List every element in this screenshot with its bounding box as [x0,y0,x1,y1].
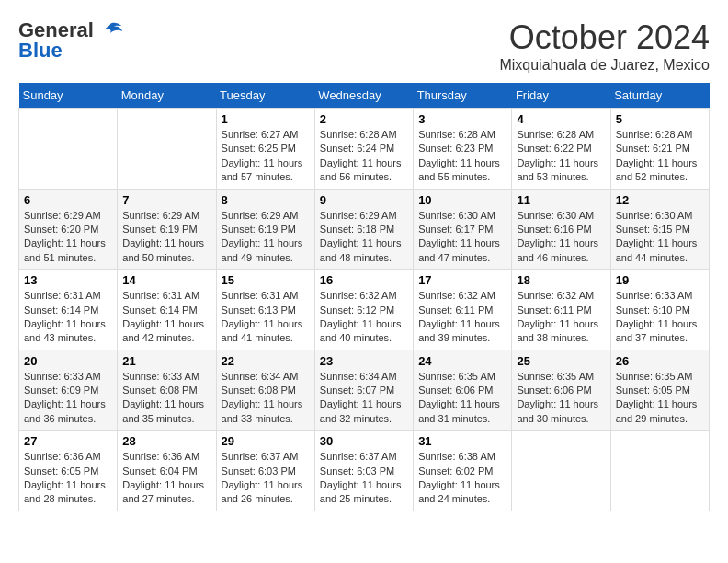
day-info: Sunrise: 6:29 AMSunset: 6:19 PMDaylight:… [222,209,310,266]
day-number: 8 [222,193,310,207]
day-info: Sunrise: 6:30 AMSunset: 6:15 PMDaylight:… [616,209,704,266]
day-number: 18 [517,273,605,287]
calendar-cell: 17Sunrise: 6:32 AMSunset: 6:11 PMDayligh… [414,270,512,350]
day-info: Sunrise: 6:30 AMSunset: 6:17 PMDaylight:… [418,209,506,266]
day-number: 2 [320,112,408,126]
day-number: 1 [222,112,310,126]
calendar-cell: 24Sunrise: 6:35 AMSunset: 6:06 PMDayligh… [414,350,512,431]
month-title: October 2024 [499,18,710,57]
weekday-header-friday: Friday [512,83,610,109]
calendar-cell: 20Sunrise: 6:33 AMSunset: 6:09 PMDayligh… [19,350,118,431]
calendar-cell: 14Sunrise: 6:31 AMSunset: 6:14 PMDayligh… [118,270,216,350]
weekday-header-wednesday: Wednesday [314,83,413,109]
calendar-cell: 15Sunrise: 6:31 AMSunset: 6:13 PMDayligh… [216,270,314,350]
calendar-cell: 12Sunrise: 6:30 AMSunset: 6:15 PMDayligh… [610,189,709,270]
logo-bird-icon [97,22,123,39]
calendar-cell [19,109,118,190]
logo-blue-text: Blue [18,39,63,63]
day-number: 3 [418,112,506,126]
day-number: 28 [122,434,210,448]
day-info: Sunrise: 6:35 AMSunset: 6:05 PMDaylight:… [616,370,704,427]
day-number: 6 [24,193,112,207]
logo: General Blue [18,18,123,63]
weekday-header-thursday: Thursday [414,83,512,109]
day-number: 15 [222,273,310,287]
day-number: 31 [418,434,506,448]
calendar-cell: 11Sunrise: 6:30 AMSunset: 6:16 PMDayligh… [512,189,610,270]
day-info: Sunrise: 6:37 AMSunset: 6:03 PMDaylight:… [222,450,310,507]
day-number: 26 [616,354,704,368]
calendar-cell: 28Sunrise: 6:36 AMSunset: 6:04 PMDayligh… [118,431,216,511]
calendar-cell: 13Sunrise: 6:31 AMSunset: 6:14 PMDayligh… [19,270,118,350]
day-info: Sunrise: 6:38 AMSunset: 6:02 PMDaylight:… [418,450,506,507]
day-number: 19 [616,273,704,287]
day-number: 9 [320,193,408,207]
calendar-cell: 16Sunrise: 6:32 AMSunset: 6:12 PMDayligh… [314,270,413,350]
calendar-cell: 8Sunrise: 6:29 AMSunset: 6:19 PMDaylight… [216,189,314,270]
calendar-cell: 9Sunrise: 6:29 AMSunset: 6:18 PMDaylight… [314,189,413,270]
day-number: 5 [616,112,704,126]
day-info: Sunrise: 6:28 AMSunset: 6:22 PMDaylight:… [517,128,605,185]
weekday-header-tuesday: Tuesday [216,83,314,109]
weekday-header-monday: Monday [118,83,216,109]
calendar-cell: 27Sunrise: 6:36 AMSunset: 6:05 PMDayligh… [19,431,118,511]
day-info: Sunrise: 6:36 AMSunset: 6:05 PMDaylight:… [24,450,112,507]
day-number: 29 [222,434,310,448]
calendar-cell: 21Sunrise: 6:33 AMSunset: 6:08 PMDayligh… [118,350,216,431]
day-number: 23 [320,354,408,368]
day-number: 16 [320,273,408,287]
calendar-cell: 10Sunrise: 6:30 AMSunset: 6:17 PMDayligh… [414,189,512,270]
day-number: 20 [24,354,112,368]
calendar-cell: 29Sunrise: 6:37 AMSunset: 6:03 PMDayligh… [216,431,314,511]
day-number: 21 [122,354,210,368]
calendar-week-row: 20Sunrise: 6:33 AMSunset: 6:09 PMDayligh… [19,350,710,431]
location-title: Mixquiahuala de Juarez, Mexico [499,57,710,74]
calendar-cell: 31Sunrise: 6:38 AMSunset: 6:02 PMDayligh… [414,431,512,511]
calendar-cell [118,109,216,190]
title-block: October 2024 Mixquiahuala de Juarez, Mex… [499,18,710,74]
day-info: Sunrise: 6:32 AMSunset: 6:11 PMDaylight:… [517,289,605,346]
calendar-cell: 2Sunrise: 6:28 AMSunset: 6:24 PMDaylight… [314,109,413,190]
calendar-week-row: 1Sunrise: 6:27 AMSunset: 6:25 PMDaylight… [19,109,710,190]
calendar-cell [512,431,610,511]
day-info: Sunrise: 6:35 AMSunset: 6:06 PMDaylight:… [517,370,605,427]
calendar-cell: 6Sunrise: 6:29 AMSunset: 6:20 PMDaylight… [19,189,118,270]
day-info: Sunrise: 6:32 AMSunset: 6:11 PMDaylight:… [418,289,506,346]
day-info: Sunrise: 6:28 AMSunset: 6:23 PMDaylight:… [418,128,506,185]
day-number: 10 [418,193,506,207]
day-info: Sunrise: 6:27 AMSunset: 6:25 PMDaylight:… [222,128,310,185]
day-number: 22 [222,354,310,368]
day-number: 4 [517,112,605,126]
day-number: 24 [418,354,506,368]
calendar-cell: 26Sunrise: 6:35 AMSunset: 6:05 PMDayligh… [610,350,709,431]
day-info: Sunrise: 6:34 AMSunset: 6:08 PMDaylight:… [222,370,310,427]
calendar-cell: 30Sunrise: 6:37 AMSunset: 6:03 PMDayligh… [314,431,413,511]
calendar-cell: 22Sunrise: 6:34 AMSunset: 6:08 PMDayligh… [216,350,314,431]
day-info: Sunrise: 6:28 AMSunset: 6:24 PMDaylight:… [320,128,408,185]
day-number: 7 [122,193,210,207]
calendar-cell: 18Sunrise: 6:32 AMSunset: 6:11 PMDayligh… [512,270,610,350]
calendar-cell: 3Sunrise: 6:28 AMSunset: 6:23 PMDaylight… [414,109,512,190]
day-info: Sunrise: 6:31 AMSunset: 6:14 PMDaylight:… [24,289,112,346]
weekday-header-sunday: Sunday [19,83,118,109]
day-info: Sunrise: 6:33 AMSunset: 6:09 PMDaylight:… [24,370,112,427]
day-number: 12 [616,193,704,207]
calendar-cell: 4Sunrise: 6:28 AMSunset: 6:22 PMDaylight… [512,109,610,190]
calendar-cell: 25Sunrise: 6:35 AMSunset: 6:06 PMDayligh… [512,350,610,431]
day-info: Sunrise: 6:35 AMSunset: 6:06 PMDaylight:… [418,370,506,427]
calendar-table: SundayMondayTuesdayWednesdayThursdayFrid… [18,83,710,511]
calendar-week-row: 27Sunrise: 6:36 AMSunset: 6:05 PMDayligh… [19,431,710,511]
day-info: Sunrise: 6:28 AMSunset: 6:21 PMDaylight:… [616,128,704,185]
day-number: 13 [24,273,112,287]
day-info: Sunrise: 6:33 AMSunset: 6:10 PMDaylight:… [616,289,704,346]
calendar-cell: 7Sunrise: 6:29 AMSunset: 6:19 PMDaylight… [118,189,216,270]
day-info: Sunrise: 6:37 AMSunset: 6:03 PMDaylight:… [320,450,408,507]
day-info: Sunrise: 6:31 AMSunset: 6:14 PMDaylight:… [122,289,210,346]
day-info: Sunrise: 6:29 AMSunset: 6:20 PMDaylight:… [24,209,112,266]
calendar-week-row: 13Sunrise: 6:31 AMSunset: 6:14 PMDayligh… [19,270,710,350]
calendar-cell: 1Sunrise: 6:27 AMSunset: 6:25 PMDaylight… [216,109,314,190]
weekday-header-saturday: Saturday [610,83,709,109]
calendar-cell: 19Sunrise: 6:33 AMSunset: 6:10 PMDayligh… [610,270,709,350]
page-header: General Blue October 2024 Mixquiahuala d… [18,18,710,74]
day-info: Sunrise: 6:29 AMSunset: 6:18 PMDaylight:… [320,209,408,266]
